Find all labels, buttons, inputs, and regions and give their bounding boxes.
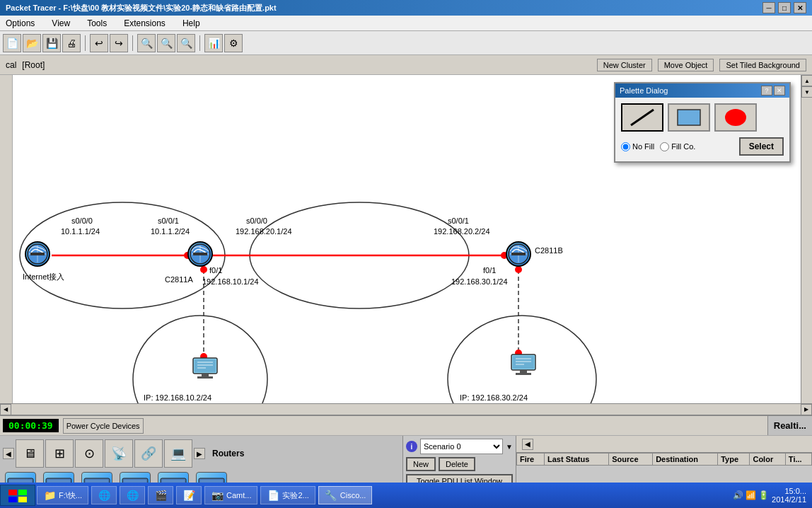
toolbar-separator-3 — [199, 35, 200, 51]
label-s0-0-0-mid: s0/0/0 — [246, 217, 267, 225]
open-file-button[interactable]: 📂 — [23, 34, 41, 52]
pc-right[interactable] — [510, 353, 537, 376]
label-s0-0-1-right: s0/0/1 — [448, 217, 469, 225]
sim-scroll-left[interactable]: ◀ — [522, 439, 533, 450]
titlebar-controls: ─ □ ✕ — [762, 2, 806, 13]
label-internet: Internet接入 — [23, 272, 64, 282]
undo-button[interactable]: ↩ — [90, 34, 108, 52]
taskbar-file-explorer[interactable]: 📁 F:\快... — [37, 486, 88, 504]
palette-line-tool[interactable] — [621, 103, 663, 132]
svg-rect-61 — [18, 490, 27, 495]
taskbar-ie1[interactable]: 🌐 — [91, 486, 117, 504]
palette-help-button[interactable]: ? — [761, 86, 772, 96]
dev-scroll-right[interactable]: ▶ — [194, 448, 205, 459]
category-switches[interactable]: ⊞ — [45, 439, 74, 468]
taskbar-word[interactable]: 📄 实验2... — [260, 486, 315, 504]
cisco-label: Cisco... — [340, 491, 366, 500]
file-explorer-icon: 📁 — [43, 489, 56, 502]
vertical-scrollbar[interactable]: ▲ ▼ — [801, 75, 812, 403]
svg-rect-26 — [202, 374, 209, 376]
label-10-1-1-1: 10.1.1.1/24 — [61, 227, 100, 236]
main-area: s0/0/0 10.1.1.1/24 s0/0/1 10.1.1.2/24 s0… — [0, 75, 812, 403]
redo-button[interactable]: ↪ — [110, 34, 128, 52]
router-internet[interactable] — [25, 241, 53, 270]
palette-rect-tool[interactable] — [668, 103, 710, 132]
col-last-status: Last Status — [545, 454, 609, 466]
category-hubs[interactable]: ⊙ — [75, 439, 103, 468]
menu-tools[interactable]: Tools — [84, 17, 110, 30]
tray-icon-1: 🔊 — [732, 490, 743, 501]
taskbar-camtasia[interactable]: 📷 Camt... — [204, 486, 257, 504]
delete-scenario-button[interactable]: Delete — [439, 457, 475, 471]
taskbar-media[interactable]: 🎬 — [148, 486, 173, 504]
palette-button[interactable]: 📊 — [204, 34, 223, 52]
scenario-header: i Scenario 0 ▼ — [406, 439, 513, 454]
set-tiled-background-button[interactable]: Set Tiled Background — [719, 59, 806, 71]
canvas-area[interactable]: s0/0/0 10.1.1.1/24 s0/0/1 10.1.1.2/24 s0… — [13, 75, 812, 403]
menu-options[interactable]: Options — [3, 17, 37, 30]
options-button[interactable]: ⚙ — [224, 34, 243, 52]
router-c2811a[interactable] — [187, 241, 216, 270]
move-object-button[interactable]: Move Object — [658, 59, 714, 71]
label-10-1-1-2: 10.1.1.2/24 — [151, 227, 190, 236]
left-sidebar — [0, 75, 13, 403]
taskbar-ie2[interactable]: 🌐 — [120, 486, 145, 504]
label-192-168-20-1: 192.168.20.1/24 — [236, 227, 292, 236]
taskbar-notes[interactable]: 📝 — [176, 486, 202, 504]
svg-rect-60 — [8, 490, 17, 495]
palette-dialog-title: Palette Dialog — [620, 86, 668, 95]
save-file-button[interactable]: 💾 — [42, 34, 61, 52]
label-192-168-20-2: 192.168.20.2/24 — [434, 227, 490, 236]
location-label: cal — [6, 60, 16, 70]
palette-dialog-titlebar: Palette Dialog ? ✕ — [615, 83, 789, 98]
zoom-in-button[interactable]: 🔍 — [137, 34, 156, 52]
device-category-label: Routers — [212, 449, 244, 458]
maximize-button[interactable]: □ — [778, 2, 791, 13]
ie1-icon: 🌐 — [98, 489, 110, 502]
palette-close-button[interactable]: ✕ — [774, 86, 785, 96]
scroll-left-arrow[interactable]: ◀ — [0, 404, 11, 415]
label-s0-0-1-left: s0/0/1 — [158, 217, 179, 225]
radio-no-fill[interactable]: No Fill — [621, 142, 654, 151]
clock-display: 15:0... 2014/2/11 — [772, 487, 806, 504]
scroll-up-arrow[interactable]: ▲ — [801, 75, 812, 86]
print-button[interactable]: 🖨 — [62, 34, 81, 52]
svg-rect-28 — [195, 359, 216, 372]
dev-scroll-left[interactable]: ◀ — [3, 448, 14, 459]
close-button[interactable]: ✕ — [794, 2, 806, 13]
pc-left[interactable] — [192, 357, 219, 379]
radio-fill-color[interactable]: Fill Co. — [660, 142, 695, 151]
zoom-out-button[interactable]: 🔍 — [157, 34, 175, 52]
label-f0-1-right: f0/1 — [483, 266, 496, 275]
info-icon: i — [406, 441, 417, 452]
scenario-buttons: New Delete — [406, 457, 513, 471]
breadcrumb-label: [Root] — [22, 60, 45, 70]
new-scenario-button[interactable]: New — [406, 457, 436, 471]
zoom-fit-button[interactable]: 🔍 — [177, 34, 195, 52]
category-wireless[interactable]: 📡 — [105, 439, 133, 468]
menu-view[interactable]: View — [49, 17, 73, 30]
label-ip-left: IP: 192.168.10.2/24 — [144, 393, 211, 402]
horizontal-scrollbar[interactable]: ◀ ▶ — [0, 403, 812, 415]
label-192-168-10-1: 192.168.10.1/24 — [202, 277, 259, 286]
router-c2811b[interactable] — [506, 241, 534, 270]
start-button[interactable] — [0, 485, 35, 506]
scenario-selector[interactable]: Scenario 0 — [420, 439, 503, 454]
menu-bar: Options View Tools Extensions Help — [0, 16, 812, 31]
minimize-button[interactable]: ─ — [762, 2, 775, 13]
menu-extensions[interactable]: Extensions — [121, 17, 168, 30]
menu-help[interactable]: Help — [180, 17, 203, 30]
new-file-button[interactable]: 📄 — [3, 34, 21, 52]
category-routers[interactable]: 🖥 — [16, 439, 44, 468]
svg-point-41 — [725, 109, 746, 126]
palette-select-button[interactable]: Select — [739, 137, 784, 156]
taskbar-cisco[interactable]: 🔧 Cisco... — [318, 486, 373, 504]
category-connections[interactable]: 🔗 — [134, 439, 163, 468]
palette-circle-tool[interactable] — [714, 103, 757, 132]
scroll-down-arrow[interactable]: ▼ — [801, 86, 812, 98]
workspace-header: cal [Root] New Cluster Move Object Set T… — [0, 55, 812, 75]
scroll-right-arrow[interactable]: ▶ — [801, 404, 812, 415]
new-cluster-button[interactable]: New Cluster — [597, 59, 652, 71]
power-cycle-button[interactable]: Power Cycle Devices — [63, 418, 144, 434]
category-end-devices[interactable]: 💻 — [164, 439, 192, 468]
